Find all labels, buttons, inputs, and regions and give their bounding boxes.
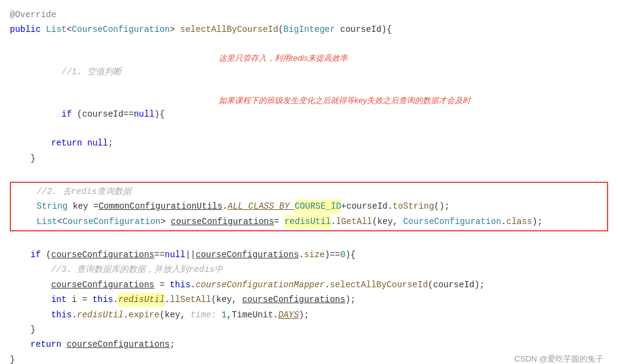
code-line: }: [0, 151, 618, 166]
code-line: String key = CommonConfigurationUtils . …: [11, 199, 607, 214]
highlight-redis-util: redisUtil: [284, 215, 331, 228]
code-line-blank: [0, 234, 618, 247]
code-line: if (courseId==null){ 如果课程下的班级发生变化之后就得等ke…: [0, 93, 618, 136]
code-block: @Override public List<CourseConfiguratio…: [0, 0, 618, 364]
code-line: //1. 空值判断 这里只管存入，利用redis来提高效率: [0, 51, 618, 93]
code-line: if ( courseConfigurations == null || cou…: [0, 247, 618, 262]
code-line: }: [0, 322, 618, 337]
highlight-redis-util-2: redisUtil: [118, 293, 165, 306]
type-list: List: [46, 23, 67, 36]
code-line: this . redisUtil . expire (key, time: 1 …: [0, 308, 618, 322]
code-line: List < CourseConfiguration > courseConfi…: [11, 214, 607, 229]
red-comment: 这里只管存入，利用redis来提高效率: [219, 52, 348, 65]
code-line-blank: [0, 37, 618, 51]
method-name: selectAllByCourseId: [180, 23, 278, 36]
code-line: return null;: [0, 136, 618, 150]
highlight-course-id: COURSE_ID: [295, 199, 342, 213]
comment-null-check: //1. 空值判断: [41, 67, 122, 77]
code-line: int i = this . redisUtil . llSetAll (key…: [0, 292, 618, 307]
watermark: CSDN @爱吃芋圆的兔子: [514, 353, 603, 364]
code-line: @Override: [0, 7, 618, 22]
code-line: courseConfigurations = this . courseConf…: [0, 277, 618, 292]
red-comment-2: 如果课程下的班级发生变化之后就得等key失效之后查询的数据才会及时: [219, 95, 471, 107]
code-line: //3. 查询数据库的数据，并放入到redis中: [0, 262, 618, 277]
keyword-public: public: [10, 23, 41, 36]
highlighted-region: //2. 去redis查询数据 String key = CommonConfi…: [10, 182, 608, 231]
code-line: return courseConfigurations ;: [0, 337, 618, 352]
annotation: @Override: [10, 8, 57, 21]
code-line: public List<CourseConfiguration> selectA…: [0, 22, 618, 37]
code-line: //2. 去redis查询数据: [11, 184, 607, 199]
code-line-blank: [0, 166, 618, 179]
